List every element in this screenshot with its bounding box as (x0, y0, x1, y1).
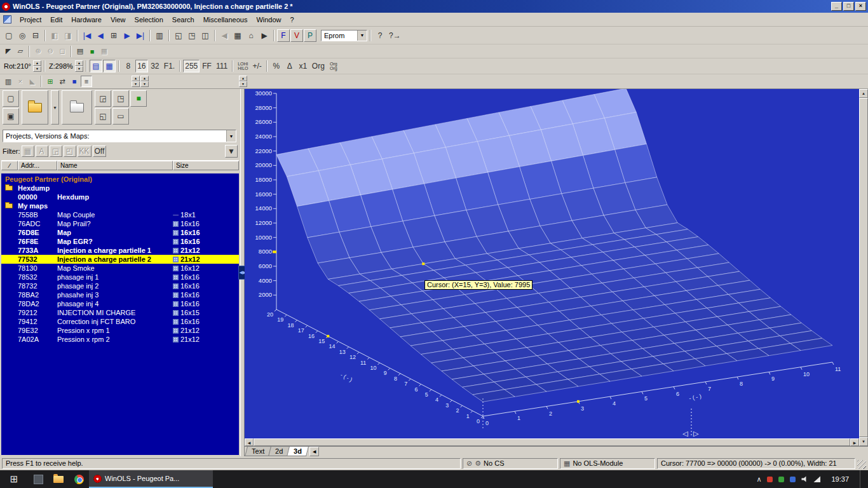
eprom-combobox[interactable]: Eprom ▼ (321, 30, 367, 41)
bitwidth-32-button[interactable]: 32 (149, 60, 161, 72)
tab-scroll-left-icon[interactable]: ◀ (309, 447, 319, 456)
tree-row[interactable]: 7A02APression x rpm 221x12 (1, 335, 239, 344)
tab-text[interactable]: Text (245, 447, 271, 456)
tree-row[interactable]: Peugeot Partner (Original) (1, 175, 239, 184)
new-version-button[interactable]: ▢ (3, 90, 19, 107)
column-stepper[interactable]: ▲▼ (132, 76, 140, 87)
show-desktop-button[interactable] (860, 470, 863, 488)
nav-first-icon[interactable]: |◀ (81, 29, 93, 42)
nav-last-icon[interactable]: ▶| (134, 29, 147, 42)
tree-row[interactable]: My maps (1, 201, 239, 210)
pointer-icon[interactable]: ◤ (3, 46, 14, 57)
surface-3d-chart[interactable]: 2000400060008000100001200014000160001800… (245, 89, 859, 438)
tree-row[interactable]: 78DA2phasage inj 416x16 (1, 299, 239, 308)
tree-row[interactable]: 78130Map Smoke16x12 (1, 264, 239, 273)
display-ff-button[interactable]: FF (200, 60, 214, 72)
map-chart-icon[interactable]: ▥ (3, 76, 14, 87)
list-header[interactable]: ∕ Addr... Name Size (1, 160, 239, 170)
taskbar-app1-icon[interactable] (28, 470, 48, 488)
title-bar[interactable]: WinOLS - Peugeot Partner (Original), PM3… (0, 0, 868, 13)
panel-splitter[interactable]: ◀▶ (240, 89, 245, 456)
nav-next-icon[interactable]: ▶ (121, 29, 133, 42)
addr-column-header[interactable]: Addr... (18, 161, 57, 170)
tree-row[interactable]: 77532Injection a charge partielle 221x12 (1, 255, 239, 264)
tree-row[interactable]: 00000Hexdump (1, 193, 239, 201)
projects-maps-combobox[interactable]: Projects, Versions & Maps: ▼ (3, 130, 236, 142)
tree-row[interactable]: 78532phasage inj 116x16 (1, 273, 239, 281)
percent-button[interactable]: % (270, 60, 283, 72)
bitwidth-F1-button[interactable]: F1. (162, 60, 177, 72)
menu-window[interactable]: Window (252, 15, 285, 25)
save-button[interactable]: ▣ (3, 108, 19, 125)
view-2d-icon[interactable]: ▤ (90, 60, 102, 72)
tray-green-app-icon[interactable] (778, 477, 784, 482)
help-icon[interactable]: ? (374, 29, 386, 42)
checkin-map-icon[interactable]: ◲ (95, 90, 111, 107)
print-icon[interactable]: ⊟ (29, 29, 42, 42)
menu-hardware[interactable]: Hardware (67, 15, 106, 25)
map-tools-icon[interactable]: ◳ (112, 90, 129, 107)
close-button[interactable]: × (855, 2, 866, 11)
zoom-chart-icon[interactable]: ◫ (199, 29, 212, 42)
columns-icon[interactable]: ▥ (153, 29, 166, 42)
chevron-down-icon[interactable]: ▼ (226, 130, 236, 142)
minimize-button[interactable]: _ (831, 2, 842, 11)
resize-grip[interactable] (857, 460, 866, 469)
bitwidth-8-button[interactable]: 8 (122, 60, 135, 72)
start-button[interactable]: ⊞ (0, 470, 28, 488)
filter-off-button[interactable]: Off (93, 146, 107, 157)
lohi-button[interactable]: LOHIHILO (236, 60, 250, 72)
blue-box-icon[interactable]: ■ (69, 76, 80, 87)
vertical-scrollbar[interactable]: ▲ ▼ (859, 89, 868, 446)
row-stepper[interactable]: ▲▼ (140, 76, 149, 87)
org-button[interactable]: Org (310, 60, 327, 72)
chrome-icon[interactable] (69, 470, 89, 488)
horizontal-scroll-thumb[interactable] (254, 438, 850, 446)
stats-icon[interactable]: ▤ (74, 46, 86, 57)
maximize-button[interactable]: □ (843, 2, 854, 11)
menu-selection[interactable]: Selection (130, 15, 168, 25)
search-projects-icon[interactable]: ◎ (16, 29, 29, 42)
cube-icon[interactable]: ■ (86, 46, 98, 57)
mail-icon[interactable]: ▭ (112, 108, 129, 125)
view-P-icon[interactable]: P (304, 29, 316, 42)
tree-row[interactable]: 7733AInjection a charge partielle 121x12 (1, 246, 239, 255)
tree-row[interactable]: 76D8EMap16x16 (1, 228, 239, 237)
context-help-icon[interactable]: ?→ (387, 29, 403, 42)
hexdump-view-icon[interactable]: ▦ (231, 29, 244, 42)
menu-search[interactable]: Search (168, 15, 199, 25)
tree-row[interactable]: 76ADCMap Prail?16x16 (1, 219, 239, 228)
green-db-icon[interactable]: ■ (130, 90, 147, 107)
rotation-stepper[interactable]: ▲▼ (33, 60, 41, 72)
zoom-stepper[interactable]: ▲▼ (75, 60, 83, 72)
factor-x1-button[interactable]: x1 (297, 60, 309, 72)
menu-edit[interactable]: Edit (46, 15, 67, 25)
tree-row[interactable]: 79E32Pression x rpm 121x12 (1, 326, 239, 335)
scroll-right-icon[interactable]: ▶ (850, 438, 859, 446)
scroll-up-icon[interactable]: ▲ (859, 89, 868, 98)
eraser-icon[interactable]: ▱ (15, 46, 26, 57)
new-project-icon[interactable]: ▢ (3, 29, 15, 42)
display-111-button[interactable]: 111 (214, 60, 229, 72)
scroll-left-icon[interactable]: ◀ (245, 438, 254, 446)
delta-button[interactable]: Δ (283, 60, 296, 72)
sort-column-header[interactable]: ∕ (1, 161, 18, 170)
map-list-icon[interactable]: ⇄ (57, 76, 68, 87)
add-map-icon[interactable]: ⊞ (44, 76, 56, 87)
nav-prev-icon[interactable]: ◀ (94, 29, 107, 42)
bitwidth-16-button[interactable]: 16 (135, 60, 148, 72)
zoom-page-icon[interactable]: ◳ (186, 29, 198, 42)
volume-icon[interactable] (801, 476, 808, 482)
tray-blue-app-icon[interactable] (790, 477, 796, 482)
open-project-dropdown[interactable]: ▼ (51, 90, 59, 125)
name-column-header[interactable]: Name (57, 161, 173, 170)
filter-dropdown-button[interactable]: ▼ (225, 145, 238, 158)
horizontal-scrollbar[interactable]: ◀ ▶ (245, 438, 859, 446)
menu-miscellaneous[interactable]: Miscellaneous (199, 15, 252, 25)
tree-row[interactable]: 79412Correction inj FCT BARO16x16 (1, 317, 239, 326)
sign-button[interactable]: +/- (251, 60, 264, 72)
taskbar-clock[interactable]: 19:37 (826, 475, 854, 483)
tree-row[interactable]: Hexdump (1, 184, 239, 193)
tree-row[interactable]: 7558BMap Couple—18x1 (1, 210, 239, 219)
network-icon[interactable] (813, 476, 820, 482)
